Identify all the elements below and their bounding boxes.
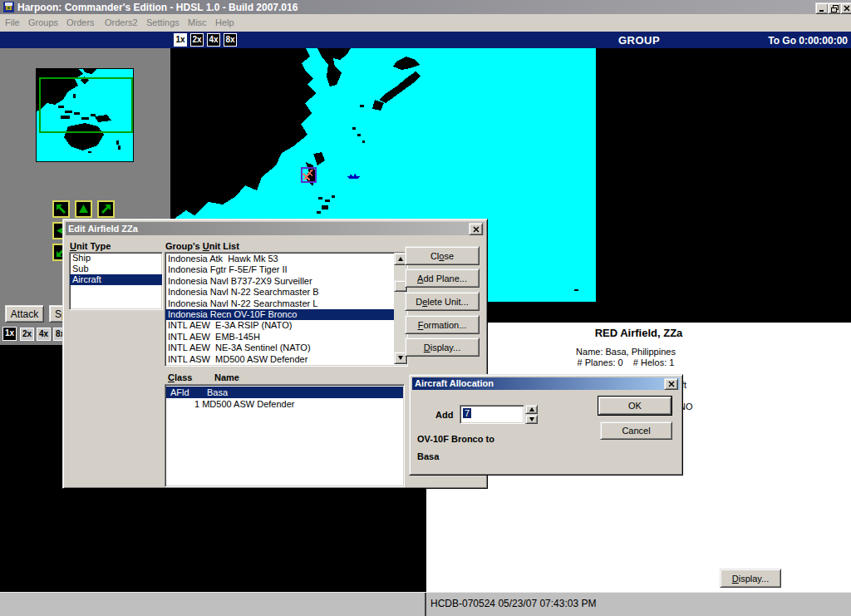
list-item[interactable]: Indonesia Navl B737-2X9 Surveiller (165, 276, 394, 287)
allocation-dialog-title: Aircraft Allocation (415, 378, 494, 388)
arrow-northeast-icon (99, 202, 113, 216)
restore-icon (831, 5, 839, 12)
name-column-label: Name (214, 372, 239, 382)
unit-type-aircraft[interactable]: Aircraft (70, 274, 162, 285)
roster-listbox[interactable]: AFld Basa 1 MD500 ASW Defender (165, 384, 405, 487)
close-button[interactable] (840, 2, 851, 14)
unit-type-listbox[interactable]: Ship Sub Aircraft (69, 252, 163, 310)
roster-class-cell: AFld (170, 387, 189, 398)
scroll-up-icon (398, 257, 403, 261)
close-icon (668, 381, 675, 387)
info-panel-title: RED Airfield, ZZa (426, 327, 851, 339)
spinner-up-button[interactable] (525, 405, 538, 414)
to-go-timer: To Go 0:00:00:00 (768, 35, 848, 47)
app-icon (3, 2, 14, 12)
group-bar: 1x 2x 4x 8x GROUP To Go 0:00:00:00 (0, 32, 851, 48)
formation-button[interactable]: Formation... (405, 315, 480, 334)
display-button[interactable]: Display... (405, 338, 480, 357)
pan-north-button[interactable] (75, 200, 92, 218)
roster-row-airfield[interactable]: AFld Basa (166, 387, 403, 398)
status-bar: HCDB-070524 05/23/07 07:43:03 PM (0, 592, 851, 616)
group-unit-list-label: Group's Unit List (165, 241, 239, 251)
menu-item-orders2[interactable]: Orders2 (105, 17, 138, 27)
arrow-north-icon (76, 202, 91, 216)
mini-map[interactable] (36, 68, 134, 162)
add-count-spinner[interactable] (525, 405, 538, 424)
attack-button[interactable]: Attack (5, 305, 44, 323)
map-zoom-4x[interactable]: 4x (207, 33, 220, 47)
menu-bar: File Groups Orders Orders2 Settings Misc… (0, 14, 851, 32)
menu-item-groups[interactable]: Groups (28, 17, 58, 27)
menu-item-file[interactable]: File (5, 17, 20, 27)
window-title: Harpoon: Commander's Edition - HDSL 1.0 … (17, 2, 298, 13)
edit-dialog-title: Edit Airfield ZZa (68, 224, 138, 234)
allocation-title-bar[interactable]: Aircraft Allocation (412, 377, 680, 390)
list-item[interactable]: INTL AEW NE-3A Sentinel (NATO) (165, 342, 394, 353)
status-bar-divider (425, 593, 426, 616)
delete-unit-button[interactable]: Delete Unit... (405, 292, 480, 311)
left-zoom-1x[interactable]: 1x (2, 327, 17, 341)
list-item[interactable]: INTL ASW MD500 ASW Defender (165, 354, 394, 365)
add-count-value: 7 (463, 408, 471, 418)
add-plane-button[interactable]: Add Plane... (405, 269, 480, 288)
unit-type-label: Unit Type (70, 241, 111, 251)
close-dialog-button[interactable]: Close (405, 246, 480, 265)
pan-northwest-button[interactable] (52, 200, 70, 218)
minimize-button[interactable] (815, 2, 829, 14)
roster-name-cell: Basa (207, 387, 228, 398)
edit-dialog-close-button[interactable] (469, 223, 483, 235)
aircraft-allocation-dialog: Aircraft Allocation Add 7 OK Cancel OV-1… (409, 374, 683, 476)
list-item[interactable]: Indonesia Fgtr F-5E/F Tiger II (165, 264, 394, 275)
mini-map-image (37, 69, 133, 161)
map-zoom-8x[interactable]: 8x (224, 33, 237, 47)
scroll-down-icon (398, 356, 403, 360)
add-label: Add (435, 410, 453, 420)
ok-button[interactable]: OK (598, 397, 671, 415)
menu-item-misc[interactable]: Misc (188, 17, 207, 27)
unit-type-sub[interactable]: Sub (70, 264, 162, 274)
spinner-down-button[interactable] (525, 415, 538, 424)
cancel-button[interactable]: Cancel (600, 421, 672, 440)
add-count-input[interactable]: 7 (460, 405, 524, 424)
group-label: GROUP (618, 34, 660, 47)
close-icon (844, 5, 850, 12)
spinner-up-icon (529, 407, 534, 411)
list-item-selected[interactable]: Indonesia Recn OV-10F Bronco (165, 309, 394, 320)
list-item[interactable]: INTL AEW EMB-145H (165, 332, 394, 342)
minimize-icon (819, 5, 825, 12)
edit-dialog-title-bar[interactable]: Edit Airfield ZZa (66, 222, 485, 235)
list-item[interactable]: Indonesia Navl N-22 Searchmaster L (165, 298, 394, 309)
menu-item-settings[interactable]: Settings (146, 17, 180, 27)
unit-type-ship[interactable]: Ship (70, 253, 162, 264)
menu-item-orders[interactable]: Orders (66, 17, 95, 27)
close-icon (473, 226, 480, 233)
map-zoom-1x[interactable]: 1x (174, 33, 187, 47)
list-item[interactable]: INTL AEW E-3A RSIP (NATO) (165, 320, 394, 331)
ok-button-ring: OK (598, 396, 672, 416)
roster-row-helo[interactable]: 1 MD500 ASW Defender (166, 398, 403, 410)
class-column-label: Class (168, 372, 192, 382)
list-item[interactable]: Indonesia Atk Hawk Mk 53 (165, 254, 394, 264)
info-display-button[interactable]: Display... (720, 569, 781, 588)
allocation-close-button[interactable] (664, 378, 678, 390)
allocation-target-line2: Basa (417, 451, 439, 461)
main-title-bar: Harpoon: Commander's Edition - HDSL 1.0 … (0, 0, 851, 14)
spinner-down-icon (529, 417, 534, 421)
menu-item-help[interactable]: Help (215, 17, 234, 27)
restore-button[interactable] (828, 2, 841, 14)
left-zoom-4x[interactable]: 4x (37, 328, 51, 341)
harpoon-app-window: Harpoon: Commander's Edition - HDSL 1.0 … (0, 0, 851, 616)
group-unit-listbox[interactable]: Indonesia Atk Hawk Mk 53 Indonesia Fgtr … (165, 252, 408, 367)
pan-northeast-button[interactable] (97, 200, 115, 218)
left-zoom-2x[interactable]: 2x (20, 328, 34, 341)
arrow-northwest-icon (54, 202, 68, 216)
map-zoom-2x[interactable]: 2x (190, 33, 204, 47)
allocation-target-line1: OV-10F Bronco to (417, 434, 494, 444)
status-text: HCDB-070524 05/23/07 07:43:03 PM (430, 598, 596, 609)
list-item[interactable]: Indonesia Navl N-22 Searchmaster B (165, 287, 394, 298)
roster-name-cell: 1 MD500 ASW Defender (194, 398, 294, 410)
